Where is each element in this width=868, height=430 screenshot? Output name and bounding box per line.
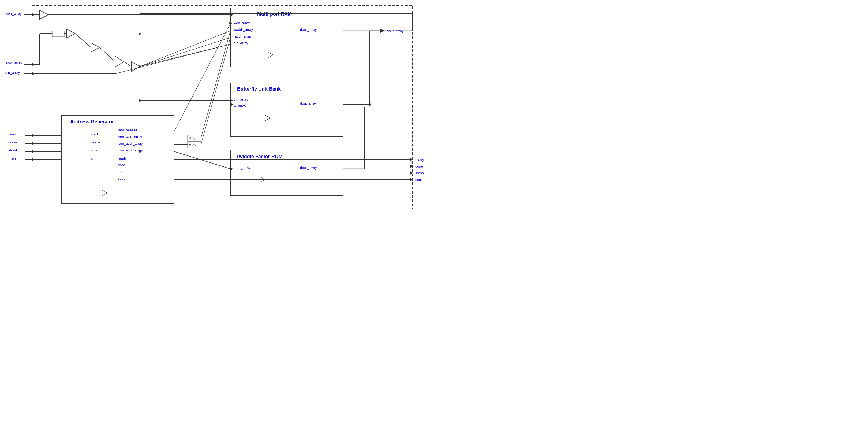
ag-ram-release-label: ram_release (118, 128, 137, 132)
mpr-dout-label: dout_array (300, 28, 317, 32)
ag-sresp-label: sresp (118, 170, 126, 174)
ag-ram-wen-label: ram_wen_array (118, 135, 142, 139)
ag-done-label: done (118, 163, 126, 167)
multi-port-ram-title: Multi-port RAM (257, 11, 292, 17)
bub-din-label: din_array (234, 97, 248, 101)
twiddle-title: Twiddle Factor ROM (236, 154, 283, 159)
ext-sresp-label: sresp (415, 171, 424, 175)
ag-sout-label: sout (118, 176, 125, 180)
rev-label: rev (54, 32, 58, 36)
diagram-container: Multi-port RAM wen_array waddr_array rad… (0, 0, 434, 215)
ext-sin-label: sin (11, 156, 16, 160)
ag-ssave-label: ssave (91, 140, 100, 144)
mpr-waddr-label: waddr_array (233, 28, 253, 32)
ext-din-label: din_array (5, 70, 20, 75)
bub-dout-label: dout_array (300, 101, 317, 105)
delay1-label: delay (189, 137, 197, 140)
addr-gen-title: Address Generator (70, 119, 114, 124)
mpr-wen-label: wen_array (233, 21, 250, 25)
mpr-din-label: din_array (234, 41, 248, 45)
ext-sout-label: sout (415, 178, 422, 182)
mpr-raddr-label: raddr_array (234, 34, 252, 38)
ag-sload-label: sload (91, 148, 99, 152)
ext-ssave-label: ssave (8, 140, 17, 144)
ext-ready-label: ready (415, 157, 424, 162)
svg-point-88 (369, 104, 371, 106)
bub-w-label: w_array (233, 104, 246, 108)
ext-sload-label: sload (8, 148, 17, 152)
ext-wen-label: wen_array (5, 11, 22, 16)
delay2-label: delay (189, 143, 197, 146)
ext-addr-label: addr_array (5, 61, 22, 65)
ext-start-label: start (9, 132, 16, 136)
ag-start-label: start (91, 132, 98, 136)
butterfly-title: Butterfly Unit Bank (237, 86, 281, 92)
ag-ram-addr-label: ram_addr_array (118, 142, 143, 146)
ext-done-label: done (415, 164, 423, 168)
